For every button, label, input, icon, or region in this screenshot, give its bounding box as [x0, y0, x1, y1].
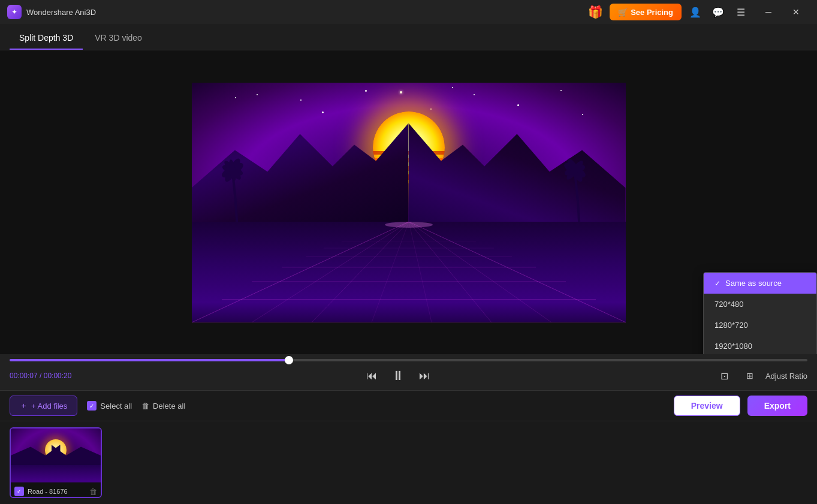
video-area: ✓ Same as source 720*480 1280*720 1920*1… — [0, 50, 817, 354]
time-separator: / — [40, 372, 44, 380]
app-icon: ✦ — [7, 5, 22, 19]
app-title: Wondershare Ani3D — [26, 8, 586, 17]
palm-right — [556, 147, 604, 231]
palm-left — [213, 147, 261, 231]
tabs-bar: Split Depth 3D VR 3D video — [0, 24, 817, 50]
cart-icon: 🛒 — [618, 8, 628, 17]
title-actions: 🎁 🛒 See Pricing 👤 💬 ☰ — [586, 2, 750, 22]
svg-line-19 — [312, 222, 409, 322]
aspect-ratio-button[interactable]: ⊞ — [740, 366, 759, 385]
check-mark: ✓ — [715, 279, 720, 288]
video-frame — [192, 83, 626, 322]
progress-thumb[interactable] — [285, 356, 293, 364]
svg-line-16 — [192, 222, 409, 322]
bottom-toolbar: ＋ + Add files ✓ Select all 🗑 Delete all … — [0, 391, 817, 421]
minimize-button[interactable]: ─ — [755, 2, 782, 22]
skip-forward-button[interactable]: ⏭ — [415, 366, 434, 385]
select-all-button[interactable]: ✓ Select all — [87, 401, 132, 411]
file-thumbnail — [11, 428, 101, 482]
window-controls: ─ ✕ — [755, 2, 810, 22]
file-item-road-81676[interactable]: ✓ Road - 81676 🗑 — [10, 427, 102, 498]
svg-line-17 — [409, 222, 626, 322]
support-button[interactable]: 💬 — [709, 3, 727, 21]
app-icon-symbol: ✦ — [11, 8, 17, 16]
svg-line-23 — [409, 222, 551, 322]
pause-button[interactable]: ⏸ — [388, 366, 408, 385]
svg-line-18 — [252, 222, 409, 322]
playback-controls: ⏮ ⏸ ⏭ — [86, 366, 710, 385]
skip-back-button[interactable]: ⏮ — [362, 366, 381, 385]
svg-point-24 — [385, 222, 433, 228]
delete-all-button[interactable]: 🗑 Delete all — [141, 402, 185, 411]
crop-button[interactable]: ⊡ — [715, 366, 734, 385]
menu-button[interactable]: ☰ — [732, 3, 750, 21]
progress-track[interactable] — [10, 359, 807, 361]
time-display: 00:00:07 / 00:00:20 — [10, 372, 82, 380]
file-name: Road - 81676 — [28, 488, 86, 495]
gift-button[interactable]: 🎁 — [586, 2, 605, 22]
tab-vr-3d-video[interactable]: VR 3D video — [85, 27, 152, 50]
adjust-ratio-button[interactable]: Adjust Ratio — [765, 372, 807, 381]
titlebar: ✦ Wondershare Ani3D 🎁 🛒 See Pricing 👤 💬 … — [0, 0, 817, 24]
main-content: ✓ Same as source 720*480 1280*720 1920*1… — [0, 50, 817, 504]
plus-icon: ＋ — [20, 400, 28, 411]
svg-line-20 — [372, 222, 409, 322]
controls-bar: 00:00:07 / 00:00:20 ⏮ ⏸ ⏭ ⊡ ⊞ Adjust Rat… — [0, 354, 817, 390]
thumb-floor — [11, 465, 101, 482]
preview-button[interactable]: Preview — [674, 396, 740, 416]
video-scene — [192, 83, 626, 322]
file-info: ✓ Road - 81676 🗑 — [11, 482, 101, 498]
files-list: ✓ Road - 81676 🗑 — [0, 421, 817, 504]
total-time: 00:00:20 — [44, 372, 72, 380]
dropdown-item-720x480[interactable]: 720*480 — [704, 294, 816, 315]
file-checkbox[interactable]: ✓ — [14, 487, 24, 496]
action-buttons: Preview Export — [674, 396, 807, 416]
dropdown-item-1280x720[interactable]: 1280*720 — [704, 315, 816, 336]
current-time: 00:00:07 — [10, 372, 38, 380]
svg-line-22 — [409, 222, 492, 322]
tab-split-depth-3d[interactable]: Split Depth 3D — [10, 27, 83, 50]
grid-floor — [192, 222, 626, 322]
account-button[interactable]: 👤 — [686, 3, 704, 21]
grid-svg — [192, 222, 626, 322]
export-button[interactable]: Export — [747, 396, 807, 416]
pricing-label: See Pricing — [631, 8, 673, 17]
close-button[interactable]: ✕ — [782, 2, 810, 22]
bottom-panel: ＋ + Add files ✓ Select all 🗑 Delete all … — [0, 390, 817, 504]
select-all-checkbox-icon: ✓ — [87, 401, 97, 411]
delete-icon: 🗑 — [141, 402, 149, 411]
dropdown-item-same-as-source[interactable]: ✓ Same as source — [704, 273, 816, 294]
add-files-button[interactable]: ＋ + Add files — [10, 396, 77, 416]
progress-fill — [10, 359, 289, 361]
file-delete-button[interactable]: 🗑 — [89, 487, 97, 496]
svg-line-21 — [409, 222, 432, 322]
dropdown-item-1920x1080[interactable]: 1920*1080 — [704, 336, 816, 354]
controls-row: 00:00:07 / 00:00:20 ⏮ ⏸ ⏭ ⊡ ⊞ Adjust Rat… — [10, 364, 807, 390]
see-pricing-button[interactable]: 🛒 See Pricing — [610, 4, 682, 20]
resolution-dropdown[interactable]: ✓ Same as source 720*480 1280*720 1920*1… — [703, 272, 817, 354]
ratio-controls: ⊡ ⊞ Adjust Ratio — [715, 366, 807, 385]
